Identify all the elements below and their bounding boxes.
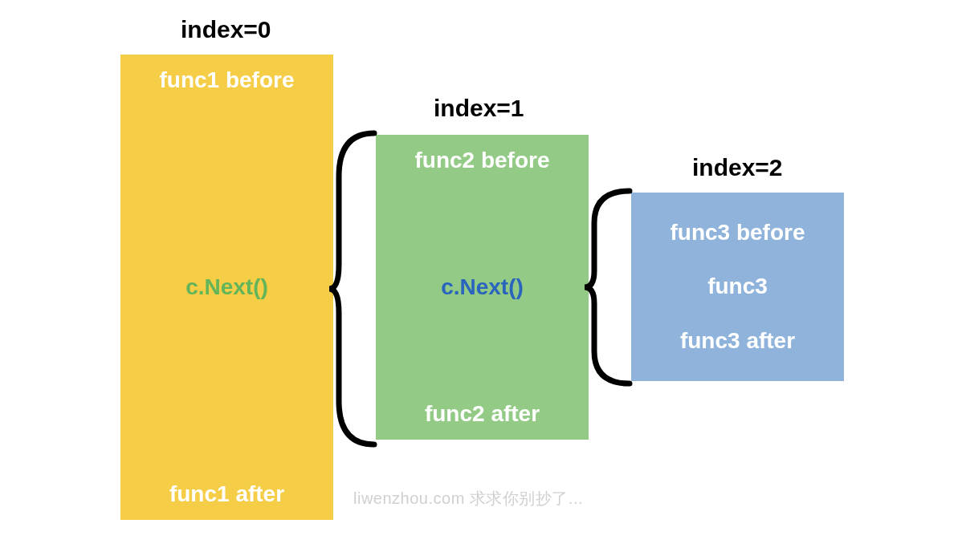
func1-before-text: func1 before (128, 67, 325, 93)
label-index-2: index=2 (692, 154, 783, 181)
middleware-box-1: func2 before c.Next() func2 after (376, 135, 589, 440)
diagram-stage: index=0 index=1 index=2 func1 before c.N… (0, 0, 962, 560)
label-index-1: index=1 (434, 95, 524, 122)
c-next-1: c.Next() (441, 274, 524, 300)
middleware-box-0: func1 before c.Next() func1 after (120, 55, 333, 520)
func2-before-text: func2 before (384, 148, 581, 173)
c-next-0: c.Next() (185, 274, 268, 300)
func3-after-text: func3 after (639, 328, 836, 354)
func3-text: func3 (639, 274, 836, 299)
func2-after-text: func2 after (384, 401, 581, 427)
watermark-text: liwenzhou.com 求求你别抄了... (353, 488, 583, 509)
label-index-0: index=0 (181, 16, 271, 43)
middleware-box-2: func3 before func3 func3 after (631, 193, 844, 381)
func3-before-text: func3 before (639, 220, 836, 246)
func1-after-text: func1 after (128, 481, 325, 507)
